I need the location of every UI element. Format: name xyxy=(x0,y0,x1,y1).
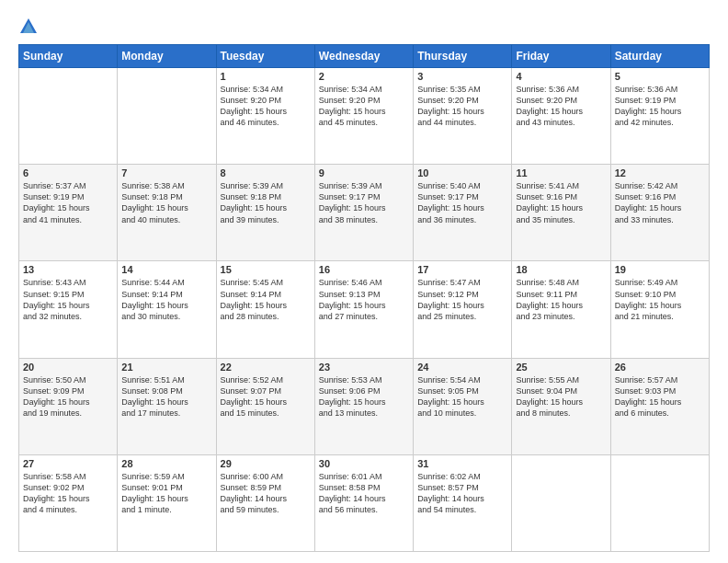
day-info: Sunrise: 5:58 AM Sunset: 9:02 PM Dayligh… xyxy=(23,471,113,516)
calendar-table: SundayMondayTuesdayWednesdayThursdayFrid… xyxy=(18,44,710,552)
calendar-cell: 20Sunrise: 5:50 AM Sunset: 9:09 PM Dayli… xyxy=(19,358,118,454)
day-number: 26 xyxy=(615,362,705,373)
calendar-cell: 25Sunrise: 5:55 AM Sunset: 9:04 PM Dayli… xyxy=(512,358,610,454)
calendar-cell: 19Sunrise: 5:49 AM Sunset: 9:10 PM Dayli… xyxy=(610,261,709,358)
calendar-cell xyxy=(118,68,216,165)
calendar-cell: 22Sunrise: 5:52 AM Sunset: 9:07 PM Dayli… xyxy=(216,358,314,454)
day-info: Sunrise: 6:01 AM Sunset: 8:58 PM Dayligh… xyxy=(319,471,409,516)
day-info: Sunrise: 5:37 AM Sunset: 9:19 PM Dayligh… xyxy=(23,180,113,225)
calendar-cell: 15Sunrise: 5:45 AM Sunset: 9:14 PM Dayli… xyxy=(216,261,314,358)
calendar-cell: 30Sunrise: 6:01 AM Sunset: 8:58 PM Dayli… xyxy=(314,454,413,551)
calendar-cell: 10Sunrise: 5:40 AM Sunset: 9:17 PM Dayli… xyxy=(414,165,512,261)
calendar-cell: 29Sunrise: 6:00 AM Sunset: 8:59 PM Dayli… xyxy=(216,454,314,551)
day-number: 24 xyxy=(417,362,507,373)
calendar-cell: 5Sunrise: 5:36 AM Sunset: 9:19 PM Daylig… xyxy=(610,68,709,165)
calendar-cell: 13Sunrise: 5:43 AM Sunset: 9:15 PM Dayli… xyxy=(19,261,118,358)
calendar-cell xyxy=(19,68,118,165)
day-info: Sunrise: 5:47 AM Sunset: 9:12 PM Dayligh… xyxy=(417,277,507,322)
calendar-header-friday: Friday xyxy=(512,45,610,68)
day-number: 21 xyxy=(121,362,211,373)
day-number: 22 xyxy=(221,362,311,373)
day-info: Sunrise: 5:55 AM Sunset: 9:04 PM Dayligh… xyxy=(516,374,606,419)
calendar-cell: 7Sunrise: 5:38 AM Sunset: 9:18 PM Daylig… xyxy=(118,165,216,261)
calendar-week-row: 27Sunrise: 5:58 AM Sunset: 9:02 PM Dayli… xyxy=(19,454,710,551)
day-number: 31 xyxy=(417,458,507,469)
day-info: Sunrise: 5:36 AM Sunset: 9:20 PM Dayligh… xyxy=(516,84,606,129)
page: SundayMondayTuesdayWednesdayThursdayFrid… xyxy=(0,0,728,563)
calendar-header-thursday: Thursday xyxy=(414,45,512,68)
calendar-header-wednesday: Wednesday xyxy=(314,45,413,68)
calendar-cell: 3Sunrise: 5:35 AM Sunset: 9:20 PM Daylig… xyxy=(414,68,512,165)
day-info: Sunrise: 5:40 AM Sunset: 9:17 PM Dayligh… xyxy=(417,180,507,225)
day-info: Sunrise: 5:49 AM Sunset: 9:10 PM Dayligh… xyxy=(615,277,705,322)
day-info: Sunrise: 5:36 AM Sunset: 9:19 PM Dayligh… xyxy=(615,84,705,129)
day-number: 1 xyxy=(221,71,311,82)
day-info: Sunrise: 5:59 AM Sunset: 9:01 PM Dayligh… xyxy=(121,471,211,516)
day-number: 15 xyxy=(221,264,311,275)
calendar-cell: 26Sunrise: 5:57 AM Sunset: 9:03 PM Dayli… xyxy=(610,358,709,454)
calendar-cell xyxy=(610,454,709,551)
day-number: 18 xyxy=(516,264,606,275)
day-number: 10 xyxy=(417,167,507,178)
day-number: 11 xyxy=(516,167,606,178)
calendar-cell: 12Sunrise: 5:42 AM Sunset: 9:16 PM Dayli… xyxy=(610,165,709,261)
calendar-cell: 31Sunrise: 6:02 AM Sunset: 8:57 PM Dayli… xyxy=(414,454,512,551)
calendar-cell: 16Sunrise: 5:46 AM Sunset: 9:13 PM Dayli… xyxy=(314,261,413,358)
calendar-header-tuesday: Tuesday xyxy=(216,45,314,68)
day-info: Sunrise: 5:34 AM Sunset: 9:20 PM Dayligh… xyxy=(319,84,409,129)
day-info: Sunrise: 6:02 AM Sunset: 8:57 PM Dayligh… xyxy=(417,471,507,516)
calendar-cell: 27Sunrise: 5:58 AM Sunset: 9:02 PM Dayli… xyxy=(19,454,118,551)
day-number: 20 xyxy=(23,362,113,373)
day-info: Sunrise: 6:00 AM Sunset: 8:59 PM Dayligh… xyxy=(221,471,311,516)
calendar-cell: 14Sunrise: 5:44 AM Sunset: 9:14 PM Dayli… xyxy=(118,261,216,358)
day-number: 2 xyxy=(319,71,409,82)
day-info: Sunrise: 5:48 AM Sunset: 9:11 PM Dayligh… xyxy=(516,277,606,322)
day-info: Sunrise: 5:34 AM Sunset: 9:20 PM Dayligh… xyxy=(221,84,311,129)
day-info: Sunrise: 5:39 AM Sunset: 9:18 PM Dayligh… xyxy=(221,180,311,225)
logo-icon xyxy=(18,17,39,37)
calendar-header-saturday: Saturday xyxy=(610,45,709,68)
day-info: Sunrise: 5:57 AM Sunset: 9:03 PM Dayligh… xyxy=(615,374,705,419)
logo xyxy=(18,17,42,37)
calendar-header-sunday: Sunday xyxy=(19,45,118,68)
calendar-cell: 9Sunrise: 5:39 AM Sunset: 9:17 PM Daylig… xyxy=(314,165,413,261)
day-info: Sunrise: 5:35 AM Sunset: 9:20 PM Dayligh… xyxy=(417,84,507,129)
calendar-cell xyxy=(512,454,610,551)
calendar-cell: 17Sunrise: 5:47 AM Sunset: 9:12 PM Dayli… xyxy=(414,261,512,358)
day-info: Sunrise: 5:42 AM Sunset: 9:16 PM Dayligh… xyxy=(615,180,705,225)
day-info: Sunrise: 5:45 AM Sunset: 9:14 PM Dayligh… xyxy=(221,277,311,322)
day-info: Sunrise: 5:39 AM Sunset: 9:17 PM Dayligh… xyxy=(319,180,409,225)
day-number: 30 xyxy=(319,458,409,469)
calendar-week-row: 1Sunrise: 5:34 AM Sunset: 9:20 PM Daylig… xyxy=(19,68,710,165)
day-number: 17 xyxy=(417,264,507,275)
day-info: Sunrise: 5:44 AM Sunset: 9:14 PM Dayligh… xyxy=(121,277,211,322)
day-number: 9 xyxy=(319,167,409,178)
calendar-cell: 2Sunrise: 5:34 AM Sunset: 9:20 PM Daylig… xyxy=(314,68,413,165)
calendar-cell: 21Sunrise: 5:51 AM Sunset: 9:08 PM Dayli… xyxy=(118,358,216,454)
day-number: 6 xyxy=(23,167,113,178)
calendar-week-row: 6Sunrise: 5:37 AM Sunset: 9:19 PM Daylig… xyxy=(19,165,710,261)
header xyxy=(18,17,710,37)
calendar-cell: 8Sunrise: 5:39 AM Sunset: 9:18 PM Daylig… xyxy=(216,165,314,261)
day-info: Sunrise: 5:38 AM Sunset: 9:18 PM Dayligh… xyxy=(121,180,211,225)
calendar-cell: 4Sunrise: 5:36 AM Sunset: 9:20 PM Daylig… xyxy=(512,68,610,165)
calendar-cell: 11Sunrise: 5:41 AM Sunset: 9:16 PM Dayli… xyxy=(512,165,610,261)
day-number: 25 xyxy=(516,362,606,373)
day-number: 4 xyxy=(516,71,606,82)
day-info: Sunrise: 5:51 AM Sunset: 9:08 PM Dayligh… xyxy=(121,374,211,419)
day-info: Sunrise: 5:52 AM Sunset: 9:07 PM Dayligh… xyxy=(221,374,311,419)
calendar-week-row: 20Sunrise: 5:50 AM Sunset: 9:09 PM Dayli… xyxy=(19,358,710,454)
day-number: 14 xyxy=(121,264,211,275)
day-number: 7 xyxy=(121,167,211,178)
day-number: 8 xyxy=(221,167,311,178)
calendar-cell: 28Sunrise: 5:59 AM Sunset: 9:01 PM Dayli… xyxy=(118,454,216,551)
day-info: Sunrise: 5:46 AM Sunset: 9:13 PM Dayligh… xyxy=(319,277,409,322)
calendar-cell: 24Sunrise: 5:54 AM Sunset: 9:05 PM Dayli… xyxy=(414,358,512,454)
calendar-cell: 23Sunrise: 5:53 AM Sunset: 9:06 PM Dayli… xyxy=(314,358,413,454)
day-number: 5 xyxy=(615,71,705,82)
day-number: 3 xyxy=(417,71,507,82)
day-number: 13 xyxy=(23,264,113,275)
day-number: 12 xyxy=(615,167,705,178)
calendar-cell: 18Sunrise: 5:48 AM Sunset: 9:11 PM Dayli… xyxy=(512,261,610,358)
day-number: 23 xyxy=(319,362,409,373)
